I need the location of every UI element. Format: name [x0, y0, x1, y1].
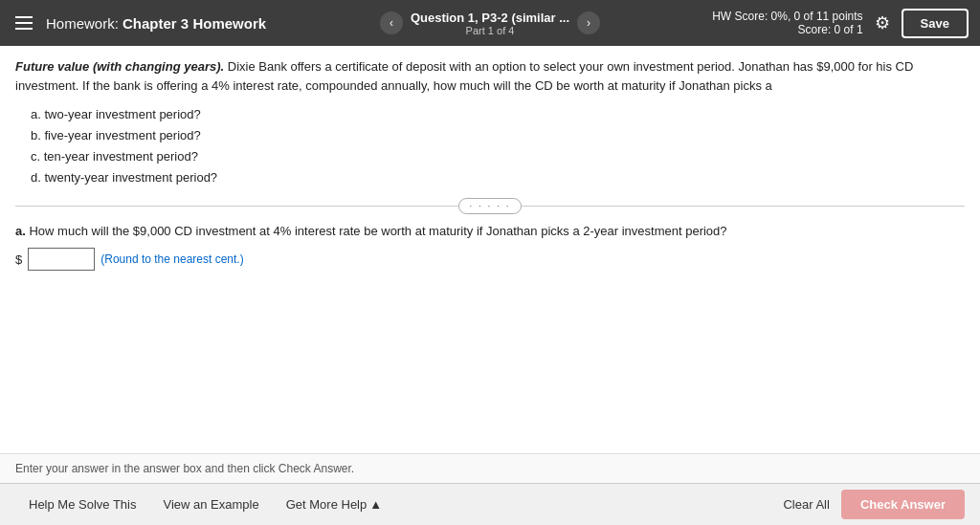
- footer-right: Clear All Check Answer: [783, 490, 965, 519]
- header-left: Homework: Chapter 3 Homework: [11, 12, 330, 33]
- header-right: HW Score: 0%, 0 of 11 points Score: 0 of…: [650, 9, 969, 38]
- part-a-label: a.: [15, 224, 26, 238]
- footer-left: Help Me Solve This View an Example Get M…: [15, 490, 395, 519]
- divider-dots: · · · · ·: [458, 198, 521, 214]
- dropdown-arrow-icon: ▲: [369, 497, 382, 512]
- list-item: c. ten-year investment period?: [31, 146, 965, 167]
- view-example-button[interactable]: View an Example: [149, 490, 272, 519]
- gear-icon: ⚙: [875, 12, 890, 33]
- part-a-text: How much will the $9,000 CD investment a…: [29, 224, 726, 238]
- divider: · · · · ·: [15, 198, 965, 214]
- list-item: b. five-year investment period?: [31, 125, 965, 146]
- settings-button[interactable]: ⚙: [875, 12, 890, 33]
- check-answer-button[interactable]: Check Answer: [841, 490, 965, 519]
- list-item: a. two-year investment period?: [31, 104, 965, 125]
- round-note: (Round to the nearest cent.): [100, 252, 243, 266]
- header-title: Homework: Chapter 3 Homework: [46, 15, 266, 32]
- help-me-solve-button[interactable]: Help Me Solve This: [15, 490, 149, 519]
- header-center: ‹ Question 1, P3-2 (similar ... Part 1 o…: [330, 11, 649, 36]
- question-bold-italic: Future value (with changing years).: [15, 59, 224, 74]
- hint-bar: Enter your answer in the answer box and …: [0, 453, 980, 483]
- answer-area: $ (Round to the nearest cent.): [15, 248, 965, 271]
- answer-input[interactable]: [28, 248, 95, 271]
- question-sub: Part 1 of 4: [411, 25, 569, 36]
- main-content: Future value (with changing years). Dixi…: [0, 46, 980, 453]
- score: Score: 0 of 1: [712, 23, 862, 36]
- header: Homework: Chapter 3 Homework ‹ Question …: [0, 0, 980, 46]
- save-button[interactable]: Save: [902, 9, 969, 38]
- dollar-sign: $: [15, 252, 22, 267]
- next-question-button[interactable]: ›: [577, 11, 600, 34]
- homework-label: Homework:: [46, 15, 119, 32]
- score-info: HW Score: 0%, 0 of 11 points Score: 0 of…: [712, 10, 862, 36]
- get-more-help-label: Get More Help: [286, 497, 368, 512]
- hint-text: Enter your answer in the answer box and …: [15, 462, 354, 475]
- footer: Help Me Solve This View an Example Get M…: [0, 483, 980, 525]
- part-a-question: a. How much will the $9,000 CD investmen…: [15, 224, 965, 238]
- chapter-title: Chapter 3 Homework: [122, 15, 266, 32]
- get-more-help-button[interactable]: Get More Help ▲: [273, 490, 395, 519]
- hw-score: HW Score: 0%, 0 of 11 points: [712, 10, 862, 23]
- options-list: a. two-year investment period?b. five-ye…: [31, 104, 965, 188]
- question-info: Question 1, P3-2 (similar ... Part 1 of …: [411, 11, 569, 36]
- clear-all-button[interactable]: Clear All: [783, 497, 829, 512]
- prev-question-button[interactable]: ‹: [380, 11, 403, 34]
- question-title: Question 1, P3-2 (similar ...: [411, 11, 569, 25]
- question-text: Future value (with changing years). Dixi…: [15, 57, 965, 95]
- menu-icon[interactable]: [11, 12, 36, 33]
- list-item: d. twenty-year investment period?: [31, 167, 965, 188]
